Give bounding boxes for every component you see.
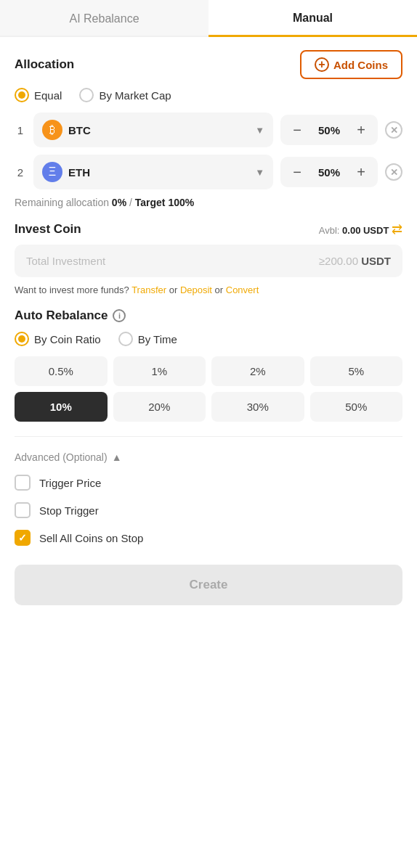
coin-selector[interactable]: Ξ ETH ▼ — [33, 155, 273, 189]
investment-min: ≥200.00 USDT — [319, 255, 391, 267]
equal-radio-circle — [15, 88, 29, 102]
coin-row: 1 ₿ BTC ▼ − 50% + ✕ — [15, 112, 402, 147]
chevron-down-icon: ▼ — [255, 125, 264, 136]
add-coins-button[interactable]: + Add Coins — [300, 50, 402, 79]
coin-index: 1 — [15, 124, 26, 136]
percent-option-button[interactable]: 10% — [15, 392, 108, 422]
percent-option-button[interactable]: 5% — [310, 356, 403, 386]
info-icon[interactable]: i — [113, 309, 126, 322]
allocation-title: Allocation — [15, 57, 74, 72]
remove-coin-button[interactable]: ✕ — [385, 121, 402, 139]
remaining-divider: / — [129, 197, 135, 208]
percent-option-button[interactable]: 30% — [211, 392, 304, 422]
auto-rebalance-header: Auto Rebalance i — [15, 308, 402, 323]
tab-manual[interactable]: Manual — [208, 0, 417, 37]
remaining-label: Remaining allocation — [15, 197, 109, 208]
stop-trigger-checkbox[interactable] — [15, 502, 31, 518]
percent-control: − 50% + — [280, 115, 378, 145]
percent-option-button[interactable]: 2% — [211, 356, 304, 386]
remaining-allocation: Remaining allocation 0% / Target 100% — [15, 197, 402, 208]
equal-label: Equal — [34, 89, 62, 102]
increase-percent-button[interactable]: + — [352, 120, 371, 139]
decrease-percent-button[interactable]: − — [288, 163, 307, 181]
by-time-radio[interactable]: By Time — [118, 332, 177, 346]
swap-icon[interactable]: ⇄ — [392, 222, 402, 237]
remove-coin-button[interactable]: ✕ — [385, 163, 402, 181]
by-market-cap-radio[interactable]: By Market Cap — [79, 88, 171, 102]
sell-all-row: Sell All Coins on Stop — [15, 530, 402, 546]
coin-selector[interactable]: ₿ BTC ▼ — [33, 112, 273, 147]
by-coin-ratio-radio[interactable]: By Coin Ratio — [15, 332, 101, 346]
add-coins-label: Add Coins — [333, 59, 388, 71]
coin-label: BTC — [68, 124, 249, 136]
chevron-down-icon: ▼ — [255, 167, 264, 178]
invest-coin-header: Invest Coin Avbl: 0.00 USDT ⇄ — [15, 221, 402, 237]
percent-control: − 50% + — [280, 157, 378, 187]
decrease-percent-button[interactable]: − — [288, 120, 307, 139]
or1: or — [169, 284, 180, 295]
min-value: ≥200.00 — [319, 255, 358, 267]
coin-label: ETH — [68, 166, 249, 179]
transfer-link[interactable]: Transfer — [131, 284, 166, 295]
convert-link[interactable]: Convert — [226, 284, 259, 295]
by-market-cap-radio-circle — [79, 88, 94, 102]
remaining-value: 0% — [112, 197, 126, 208]
trigger-price-label: Trigger Price — [39, 477, 101, 489]
tab-bar: AI Rebalance Manual — [0, 0, 417, 37]
stop-trigger-label: Stop Trigger — [39, 504, 99, 517]
stop-trigger-row: Stop Trigger — [15, 502, 402, 518]
rebalance-radio-group: By Coin Ratio By Time — [15, 332, 402, 346]
funds-label: Want to invest more funds? — [15, 284, 129, 295]
or2: or — [215, 284, 226, 295]
deposit-link[interactable]: Deposit — [180, 284, 212, 295]
create-button[interactable]: Create — [15, 565, 402, 605]
auto-rebalance-title: Auto Rebalance — [15, 308, 108, 323]
investment-placeholder: Total Investment — [26, 255, 105, 267]
tab-ai-rebalance[interactable]: AI Rebalance — [0, 0, 208, 36]
plus-circle-icon: + — [315, 57, 329, 72]
equal-radio[interactable]: Equal — [15, 88, 62, 102]
by-time-label: By Time — [138, 333, 177, 345]
coin-row: 2 Ξ ETH ▼ − 50% + ✕ — [15, 155, 402, 189]
trigger-price-checkbox[interactable] — [15, 475, 31, 491]
usdt-label: USDT — [361, 255, 391, 267]
divider — [15, 436, 402, 437]
percent-grid: 0.5%1%2%5%10%20%30%50% — [15, 356, 402, 422]
by-coin-ratio-label: By Coin Ratio — [34, 333, 101, 345]
by-time-radio-circle — [118, 332, 133, 346]
coin-rows: 1 ₿ BTC ▼ − 50% + ✕ 2 Ξ ETH ▼ − 50% + — [15, 112, 402, 189]
target-text: Target 100% — [135, 197, 194, 208]
advanced-toggle[interactable]: Advanced (Optional) ▲ — [15, 451, 402, 463]
allocation-header: Allocation + Add Coins — [15, 50, 402, 79]
percent-option-button[interactable]: 0.5% — [15, 356, 108, 386]
increase-percent-button[interactable]: + — [352, 163, 371, 181]
sell-all-checkbox[interactable] — [15, 530, 31, 546]
by-coin-ratio-radio-circle — [15, 332, 29, 346]
advanced-title: Advanced (Optional) — [15, 451, 108, 463]
percent-value: 50% — [315, 166, 343, 179]
by-market-cap-label: By Market Cap — [99, 89, 171, 102]
btc-icon: ₿ — [42, 120, 62, 140]
eth-icon: Ξ — [42, 162, 62, 182]
coin-index: 2 — [15, 166, 26, 179]
chevron-up-icon: ▲ — [112, 451, 122, 463]
avbl-value: 0.00 USDT — [342, 225, 389, 236]
sell-all-label: Sell All Coins on Stop — [39, 532, 143, 544]
total-investment-input[interactable]: Total Investment ≥200.00 USDT — [15, 245, 402, 277]
allocation-radio-group: Equal By Market Cap — [15, 88, 402, 102]
trigger-price-row: Trigger Price — [15, 475, 402, 491]
invest-coin-title: Invest Coin — [15, 222, 81, 237]
percent-value: 50% — [315, 124, 343, 136]
percent-option-button[interactable]: 50% — [310, 392, 403, 422]
avbl-text: Avbl: 0.00 USDT ⇄ — [319, 221, 402, 237]
funds-text: Want to invest more funds? Transfer or D… — [15, 284, 402, 295]
percent-option-button[interactable]: 1% — [113, 356, 206, 386]
avbl-label: Avbl: — [319, 225, 340, 236]
percent-option-button[interactable]: 20% — [113, 392, 206, 422]
